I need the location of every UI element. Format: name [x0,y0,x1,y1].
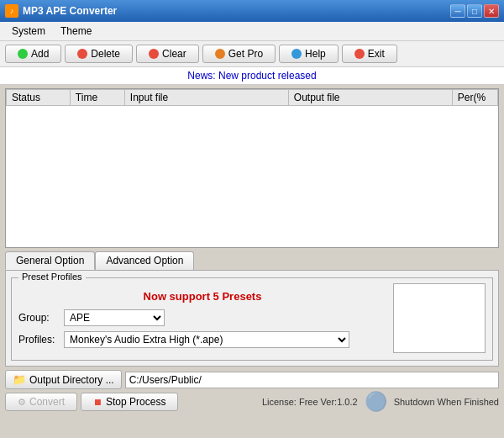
group-label: Group: [18,312,60,324]
delete-button[interactable]: Delete [65,45,133,63]
output-dir-path-input[interactable] [125,372,499,388]
add-button[interactable]: Add [5,45,61,63]
col-output: Output file [288,90,452,106]
menu-item-theme[interactable]: Theme [54,24,98,39]
preset-right-panel [393,283,486,353]
title-bar-left: ♪ MP3 APE Converter [5,4,117,18]
preset-left: Now support 5 Presets Group: APE Profile… [18,283,386,353]
clear-icon [149,49,159,59]
profiles-field-row: Profiles: Monkey's Audio Extra High (*.a… [18,331,386,348]
delete-label: Delete [91,48,120,60]
help-button[interactable]: Help [279,45,339,63]
group-field-row: Group: APE [18,309,386,326]
action-bar: ⚙ Convert ⏹ Stop Process License: Free V… [5,391,499,413]
convert-button[interactable]: ⚙ Convert [5,393,77,411]
title-bar-controls: ─ □ ✕ [450,4,499,18]
group-box-legend: Preset Profiles [18,272,86,282]
add-icon [18,49,28,59]
file-table: Status Time Input file Output file Per(% [6,89,498,106]
getpro-icon [215,49,225,59]
col-status: Status [7,90,71,106]
close-button[interactable]: ✕ [484,4,499,18]
menu-item-system[interactable]: System [5,24,52,39]
col-time: Time [70,90,124,106]
group-select[interactable]: APE [64,309,165,326]
output-dir-bar: 📁 Output Directory ... [5,370,499,389]
profiles-select[interactable]: Monkey's Audio Extra High (*.ape) [64,331,349,348]
tab-bar: General Option Advanced Option [5,251,499,270]
file-table-container: Status Time Input file Output file Per(% [5,88,499,248]
convert-icon: ⚙ [18,397,26,408]
add-label: Add [31,48,49,60]
app-icon: ♪ [5,4,18,18]
license-text: License: Free Ver:1.0.2 [262,397,358,407]
stop-icon: ⏹ [93,397,102,407]
delete-icon [77,49,87,59]
tab-advanced[interactable]: Advanced Option [95,251,194,270]
profiles-label: Profiles: [18,334,60,346]
menu-bar: System Theme [0,22,504,41]
col-per: Per(% [452,90,497,106]
help-label: Help [305,48,326,60]
options-panel: Preset Profiles Now support 5 Presets Gr… [5,270,499,367]
title-bar: ♪ MP3 APE Converter ─ □ ✕ [0,0,504,22]
shutdown-text: Shutdown When Finished [394,397,499,407]
exit-button[interactable]: Exit [342,45,397,63]
news-bar: News: New product released [0,67,504,85]
tab-general[interactable]: General Option [5,251,95,270]
getpro-label: Get Pro [228,48,263,60]
watermark: 🔵 [365,391,387,413]
window-title: MP3 APE Converter [23,5,117,17]
action-bar-left: ⚙ Convert ⏹ Stop Process [5,393,178,411]
clear-label: Clear [162,48,186,60]
preset-profiles-group: Preset Profiles Now support 5 Presets Gr… [11,277,493,361]
exit-icon [354,49,365,59]
col-input: Input file [124,90,288,106]
output-directory-button[interactable]: 📁 Output Directory ... [5,370,122,389]
minimize-button[interactable]: ─ [450,4,465,18]
stop-label: Stop Process [106,396,165,408]
preset-content: Now support 5 Presets Group: APE Profile… [18,283,486,353]
convert-label: Convert [29,396,65,408]
clear-button[interactable]: Clear [136,45,199,63]
news-text: News: New product released [187,70,316,82]
getpro-button[interactable]: Get Pro [202,45,276,63]
output-dir-label: Output Directory ... [29,374,114,386]
maximize-button[interactable]: □ [467,4,482,18]
action-bar-right: License: Free Ver:1.0.2 🔵 Shutdown When … [262,391,499,413]
help-icon [291,49,302,59]
folder-icon: 📁 [13,373,26,386]
toolbar: Add Delete Clear Get Pro Help Exit [0,41,504,67]
exit-label: Exit [368,48,385,60]
stop-process-button[interactable]: ⏹ Stop Process [81,393,178,411]
support-text: Now support 5 Presets [18,283,386,309]
